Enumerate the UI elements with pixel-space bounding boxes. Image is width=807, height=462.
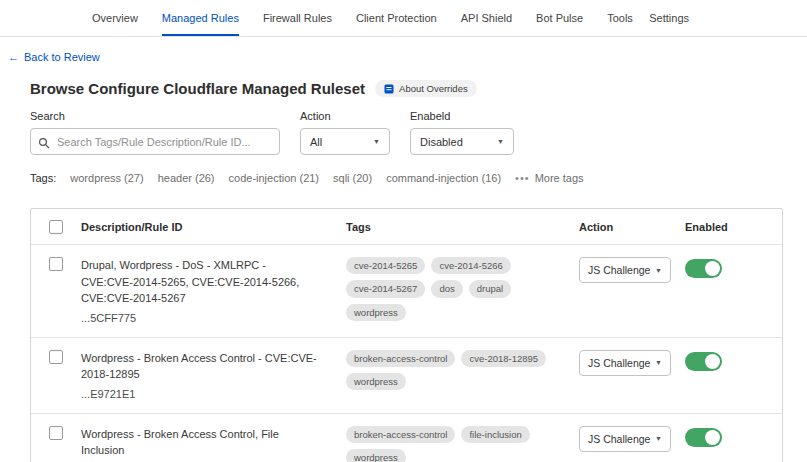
- toggle-knob: [705, 354, 720, 369]
- table-header-row: Description/Rule ID Tags Action Enabled: [31, 209, 782, 244]
- chevron-down-icon: ▼: [655, 435, 662, 442]
- table-row: Drupal, Wordpress - DoS - XMLRPC - CVE:C…: [31, 244, 782, 337]
- tag-chip: wordpress: [346, 304, 406, 321]
- top-nav: OverviewManaged RulesFirewall RulesClien…: [0, 0, 807, 37]
- enabled-filter-label: Enabeld: [410, 110, 514, 122]
- row-tags: broken-access-controlcve-2018-12895wordp…: [346, 350, 579, 391]
- chevron-down-icon: ▼: [655, 359, 662, 366]
- search-label: Search: [30, 110, 280, 122]
- about-overrides-label: About Overrides: [399, 83, 468, 94]
- tag-filter[interactable]: code-injection (21): [229, 172, 320, 184]
- tags-bar: Tags: wordpress (27)header (26)code-inje…: [30, 172, 783, 184]
- toggle-knob: [705, 261, 720, 276]
- action-filter-label: Action: [300, 110, 390, 122]
- back-link-label: Back to Review: [24, 51, 100, 63]
- row-checkbox[interactable]: [49, 350, 63, 364]
- row-action-select[interactable]: JS Challenge ▼: [579, 426, 671, 452]
- ellipsis-icon: •••: [515, 172, 530, 184]
- header-action: Action: [579, 221, 685, 233]
- tag-chip: drupal: [469, 280, 511, 297]
- tab-tools[interactable]: Tools: [607, 0, 633, 36]
- chevron-down-icon: ▼: [655, 267, 662, 274]
- chevron-down-icon: ▼: [497, 138, 504, 145]
- enabled-toggle[interactable]: [685, 428, 722, 447]
- tag-chip: file-inclusion: [461, 426, 529, 443]
- tag-chip: cve-2018-12895: [461, 350, 546, 367]
- tab-client-protection[interactable]: Client Protection: [356, 0, 437, 36]
- tag-chip: dos: [431, 280, 462, 297]
- enabled-toggle[interactable]: [685, 352, 722, 371]
- enabled-filter-select[interactable]: Disabled ▼: [410, 128, 514, 155]
- main-content: Browse Configure Cloudflare Managed Rule…: [0, 80, 807, 462]
- row-description: Drupal, Wordpress - DoS - XMLRPC - CVE:C…: [81, 257, 346, 307]
- enabled-filter-value: Disabled: [420, 136, 463, 148]
- about-overrides-icon: [384, 84, 394, 94]
- tab-api-shield[interactable]: API Shield: [461, 0, 512, 36]
- search-icon: [38, 135, 50, 153]
- row-action-value: JS Challenge: [588, 433, 650, 445]
- tab-settings[interactable]: Settings: [649, 0, 689, 36]
- tag-filter[interactable]: sqli (20): [333, 172, 372, 184]
- tag-filter[interactable]: command-injection (16): [386, 172, 501, 184]
- tag-chip: wordpress: [346, 373, 406, 390]
- enabled-toggle[interactable]: [685, 259, 722, 278]
- more-tags-button[interactable]: ••• More tags: [515, 172, 583, 184]
- row-tags: cve-2014-5265cve-2014-5266cve-2014-5267d…: [346, 257, 579, 321]
- nav-tabs: OverviewManaged RulesFirewall RulesClien…: [0, 0, 633, 36]
- back-link[interactable]: ← Back to Review: [8, 51, 100, 63]
- chevron-down-icon: ▼: [373, 138, 380, 145]
- action-filter-value: All: [310, 136, 322, 148]
- tag-chip: cve-2014-5267: [346, 280, 425, 297]
- tags-bar-label: Tags:: [30, 172, 56, 184]
- toggle-knob: [705, 430, 720, 445]
- tag-chip: broken-access-control: [346, 350, 455, 367]
- tag-filter[interactable]: wordpress (27): [70, 172, 143, 184]
- more-tags-label: More tags: [535, 172, 584, 184]
- tag-chip: cve-2014-5266: [431, 257, 510, 274]
- row-tags: broken-access-controlfile-inclusionwordp…: [346, 426, 579, 462]
- rules-table: Description/Rule ID Tags Action Enabled …: [30, 208, 783, 462]
- row-description: Wordpress - Broken Access Control, File …: [81, 426, 346, 459]
- table-row: Wordpress - Broken Access Control, File …: [31, 413, 782, 462]
- select-all-checkbox[interactable]: [49, 220, 63, 234]
- row-rule-id: ...E9721E1: [81, 388, 346, 400]
- tab-firewall-rules[interactable]: Firewall Rules: [263, 0, 332, 36]
- row-action-select[interactable]: JS Challenge ▼: [579, 257, 671, 283]
- tab-overview[interactable]: Overview: [92, 0, 138, 36]
- tag-chip: cve-2014-5265: [346, 257, 425, 274]
- table-row: Wordpress - Broken Access Control - CVE:…: [31, 337, 782, 413]
- row-action-value: JS Challenge: [588, 357, 650, 369]
- header-enabled: Enabled: [685, 221, 782, 233]
- tab-bot-pulse[interactable]: Bot Pulse: [536, 0, 583, 36]
- page-title: Browse Configure Cloudflare Managed Rule…: [30, 80, 365, 97]
- row-action-select[interactable]: JS Challenge ▼: [579, 350, 671, 376]
- header-description: Description/Rule ID: [81, 221, 346, 233]
- back-arrow-icon: ←: [8, 51, 19, 63]
- tag-chip: wordpress: [346, 449, 406, 462]
- tag-chip: broken-access-control: [346, 426, 455, 443]
- search-input[interactable]: [30, 128, 280, 155]
- row-checkbox[interactable]: [49, 426, 63, 440]
- row-checkbox[interactable]: [49, 257, 63, 271]
- action-filter-select[interactable]: All ▼: [300, 128, 390, 155]
- about-overrides-badge[interactable]: About Overrides: [375, 80, 477, 97]
- row-rule-id: ...5CFF775: [81, 312, 346, 324]
- tab-managed-rules[interactable]: Managed Rules: [162, 0, 239, 36]
- row-action-value: JS Challenge: [588, 264, 650, 276]
- header-tags: Tags: [346, 221, 579, 233]
- row-description: Wordpress - Broken Access Control - CVE:…: [81, 350, 346, 383]
- tag-filter[interactable]: header (26): [158, 172, 215, 184]
- table-body: Drupal, Wordpress - DoS - XMLRPC - CVE:C…: [31, 244, 782, 462]
